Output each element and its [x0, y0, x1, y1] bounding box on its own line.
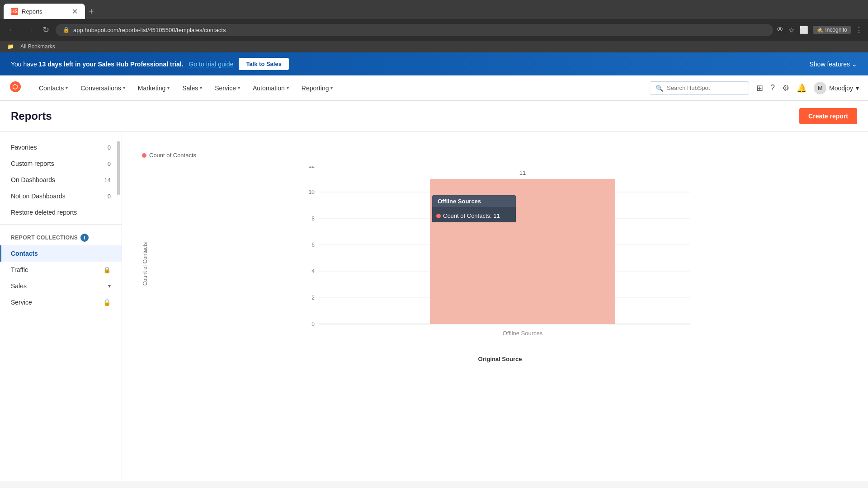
back-button[interactable]: ← [5, 23, 19, 37]
svg-text:8: 8 [311, 216, 315, 222]
chart-wrapper: Count of Contacts 12 10 [142, 166, 848, 362]
header-actions: 🔍 ⊞ ? ⚙ 🔔 M Moodjoy ▾ [650, 81, 859, 95]
sales-expand-row: Sales [11, 282, 27, 290]
sidebar-collection-traffic[interactable]: Traffic 🔒 [0, 262, 122, 278]
search-icon: 🔍 [656, 84, 663, 92]
search-input[interactable] [667, 84, 743, 91]
lock-icon: 🔒 [103, 299, 111, 306]
svg-text:2: 2 [311, 295, 315, 301]
all-bookmarks-link[interactable]: All Bookmarks [18, 42, 58, 51]
url-display: app.hubspot.com/reports-list/45105500/te… [73, 27, 226, 33]
info-icon[interactable]: i [80, 234, 89, 242]
section-title-text: Report collections [11, 235, 78, 241]
page-title: Reports [11, 110, 52, 122]
legend-dot [142, 153, 146, 158]
nav-service[interactable]: Service ▾ [208, 75, 246, 101]
global-search-bar[interactable]: 🔍 [650, 81, 749, 95]
chart-main-area: Count of Contacts Count of Contacts [122, 132, 868, 481]
sidebar-collection-contacts[interactable]: Contacts [0, 245, 122, 262]
trial-text: You have 13 days left in your Sales Hub … [11, 61, 184, 68]
bookmarks-folder-icon: 📁 [7, 43, 14, 50]
hubspot-logo[interactable]: ⬡ [9, 80, 22, 96]
svg-text:12: 12 [309, 166, 315, 169]
sidebar-item-not-on-dashboards[interactable]: Not on Dashboards 0 [0, 188, 122, 204]
app-header: ⬡ Contacts ▾ Conversations ▾ Marketing ▾… [0, 75, 868, 101]
sidebar-item-restore-deleted[interactable]: Restore deleted reports [0, 204, 122, 221]
bookmarks-bar: 📁 All Bookmarks [0, 41, 868, 52]
chevron-down-icon: ▾ [287, 85, 289, 90]
refresh-button[interactable]: ↻ [40, 23, 52, 37]
chevron-down-icon: ▾ [123, 85, 125, 90]
nav-conversations[interactable]: Conversations ▾ [74, 75, 132, 101]
trial-guide-link[interactable]: Go to trial guide [189, 61, 234, 68]
browser-window: HS Reports ✕ + ← → ↻ 🔒 app.hubspot.com/r… [0, 0, 868, 52]
x-axis-title: Original Source [152, 356, 848, 362]
nav-contacts[interactable]: Contacts ▾ [33, 75, 74, 101]
tab-favicon: HS [11, 8, 18, 15]
svg-text:Count of Contacts: 11: Count of Contacts: 11 [443, 212, 500, 219]
chart-legend: Count of Contacts [142, 152, 848, 159]
report-collections-section: Report collections i [0, 228, 122, 245]
nav-marketing[interactable]: Marketing ▾ [132, 75, 176, 101]
sidebar-item-on-dashboards[interactable]: On Dashboards 14 [0, 172, 122, 188]
sidebar-item-favorites[interactable]: Favorites 0 [0, 139, 122, 155]
incognito-icon: 🕵 [816, 27, 823, 33]
content-area: Favorites 0 Custom reports 0 On Dashboar… [0, 132, 868, 481]
favorites-count: 0 [108, 144, 111, 151]
help-icon[interactable]: ? [770, 83, 775, 93]
chevron-down-icon: ▾ [200, 85, 202, 90]
sidebar-collection-service[interactable]: Service 🔒 [0, 294, 122, 310]
trial-banner-left: You have 13 days left in your Sales Hub … [11, 58, 289, 70]
custom-reports-count: 0 [108, 160, 111, 167]
new-tab-button[interactable]: + [85, 6, 98, 17]
nav-sales[interactable]: Sales ▾ [176, 75, 208, 101]
marketplace-icon[interactable]: ⊞ [756, 83, 763, 93]
address-bar[interactable]: 🔒 app.hubspot.com/reports-list/45105500/… [56, 24, 773, 36]
nav-automation[interactable]: Automation ▾ [246, 75, 295, 101]
menu-icon[interactable]: ⋮ [855, 26, 863, 34]
chevron-down-icon: ▾ [238, 85, 240, 90]
svg-text:0: 0 [311, 321, 315, 327]
user-avatar-icon: M [814, 82, 826, 94]
sidebar-scrollbar-thumb[interactable] [117, 141, 120, 195]
browser-action-icons: 👁 ☆ ⬜ 🕵 Incognito ⋮ [777, 26, 863, 34]
main-nav: Contacts ▾ Conversations ▾ Marketing ▾ S… [33, 75, 642, 101]
page-header: Reports Create report [0, 101, 868, 132]
lock-icon: 🔒 [103, 266, 111, 273]
incognito-label: Incognito [825, 27, 847, 33]
y-axis-label: Count of Contacts [142, 242, 148, 286]
user-menu[interactable]: M Moodjoy ▾ [814, 82, 859, 94]
star-icon[interactable]: ☆ [788, 26, 795, 34]
secure-lock-icon: 🔒 [63, 27, 70, 33]
sidebar-collection-sales[interactable]: Sales ▾ [0, 278, 122, 294]
tablet-icon[interactable]: ⬜ [799, 26, 808, 34]
show-features-button[interactable]: Show features ⌄ [810, 61, 858, 68]
tab-close-button[interactable]: ✕ [72, 7, 78, 16]
create-report-button[interactable]: Create report [799, 108, 857, 124]
chevron-down-icon: ▾ [108, 283, 111, 289]
not-on-dashboards-count: 0 [108, 193, 111, 200]
chevron-down-icon: ⌄ [852, 61, 857, 68]
chart-container: Count of Contacts Count of Contacts [133, 143, 857, 371]
nav-reporting[interactable]: Reporting ▾ [295, 75, 340, 101]
on-dashboards-count: 14 [104, 177, 111, 183]
page-container: Reports Create report Favorites 0 Custom… [0, 101, 868, 481]
tab-title: Reports [22, 8, 42, 15]
notifications-icon[interactable]: 🔔 [797, 83, 807, 93]
eye-slash-icon[interactable]: 👁 [777, 26, 784, 34]
settings-icon[interactable]: ⚙ [782, 83, 789, 93]
talk-to-sales-button[interactable]: Talk to Sales [239, 58, 289, 70]
chart-svg: 12 10 8 6 4 2 [152, 166, 848, 356]
svg-text:6: 6 [311, 242, 315, 248]
active-tab[interactable]: HS Reports ✕ [4, 4, 85, 19]
chevron-down-icon: ▾ [167, 85, 170, 90]
browser-toolbar: ← → ↻ 🔒 app.hubspot.com/reports-list/451… [0, 19, 868, 41]
forward-button[interactable]: → [23, 23, 36, 37]
sidebar-item-custom-reports[interactable]: Custom reports 0 [0, 155, 122, 172]
trial-banner: You have 13 days left in your Sales Hub … [0, 52, 868, 75]
sidebar-divider [0, 224, 122, 225]
show-features-label: Show features [810, 61, 850, 68]
svg-text:11: 11 [519, 169, 526, 176]
user-name: Moodjoy [829, 84, 853, 92]
svg-point-23 [436, 214, 441, 218]
